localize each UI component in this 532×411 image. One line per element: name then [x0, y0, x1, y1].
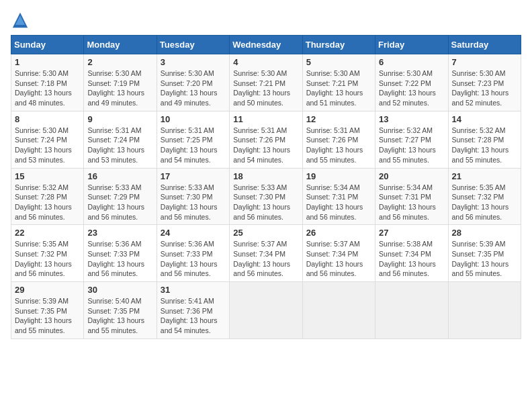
header-day-tuesday: Tuesday	[157, 36, 229, 54]
header-day-thursday: Thursday	[302, 36, 375, 54]
day-info: Sunrise: 5:31 AMSunset: 7:25 PMDaylight:…	[161, 126, 226, 165]
day-number: 18	[233, 171, 298, 181]
header-day-sunday: Sunday	[11, 36, 84, 54]
day-number: 10	[161, 114, 226, 124]
week-row-5: 29Sunrise: 5:39 AMSunset: 7:35 PMDayligh…	[11, 282, 521, 339]
day-info: Sunrise: 5:33 AMSunset: 7:30 PMDaylight:…	[161, 183, 226, 222]
week-row-2: 8Sunrise: 5:30 AMSunset: 7:24 PMDaylight…	[11, 111, 521, 168]
day-cell-26: 26Sunrise: 5:37 AMSunset: 7:34 PMDayligh…	[302, 225, 375, 282]
day-number: 1	[15, 57, 80, 67]
day-cell-4: 4Sunrise: 5:30 AMSunset: 7:21 PMDaylight…	[230, 54, 302, 111]
logo-icon	[11, 11, 30, 30]
day-cell-20: 20Sunrise: 5:34 AMSunset: 7:31 PMDayligh…	[375, 168, 448, 225]
day-cell-27: 27Sunrise: 5:38 AMSunset: 7:34 PMDayligh…	[375, 225, 448, 282]
day-number: 25	[233, 228, 298, 238]
header-day-wednesday: Wednesday	[230, 36, 302, 54]
day-number: 28	[452, 228, 517, 238]
day-cell-17: 17Sunrise: 5:33 AMSunset: 7:30 PMDayligh…	[157, 168, 229, 225]
day-number: 22	[15, 228, 80, 238]
day-cell-8: 8Sunrise: 5:30 AMSunset: 7:24 PMDaylight…	[11, 111, 84, 168]
day-cell-15: 15Sunrise: 5:32 AMSunset: 7:28 PMDayligh…	[11, 168, 84, 225]
day-number: 9	[87, 114, 152, 124]
day-cell-7: 7Sunrise: 5:30 AMSunset: 7:23 PMDaylight…	[448, 54, 521, 111]
day-number: 2	[87, 57, 152, 67]
day-cell-14: 14Sunrise: 5:32 AMSunset: 7:28 PMDayligh…	[448, 111, 521, 168]
day-number: 4	[233, 57, 298, 67]
day-number: 16	[87, 171, 152, 181]
day-info: Sunrise: 5:37 AMSunset: 7:34 PMDaylight:…	[306, 239, 371, 279]
day-cell-11: 11Sunrise: 5:31 AMSunset: 7:26 PMDayligh…	[230, 111, 302, 168]
day-number: 8	[15, 114, 80, 124]
day-number: 29	[15, 285, 80, 295]
day-info: Sunrise: 5:35 AMSunset: 7:32 PMDaylight:…	[452, 183, 517, 222]
day-cell-31: 31Sunrise: 5:41 AMSunset: 7:36 PMDayligh…	[157, 282, 229, 339]
day-number: 23	[87, 228, 152, 238]
day-info: Sunrise: 5:30 AMSunset: 7:24 PMDaylight:…	[15, 126, 80, 165]
empty-cell	[302, 282, 375, 339]
day-cell-12: 12Sunrise: 5:31 AMSunset: 7:26 PMDayligh…	[302, 111, 375, 168]
day-info: Sunrise: 5:30 AMSunset: 7:19 PMDaylight:…	[87, 68, 152, 108]
day-number: 26	[306, 228, 371, 238]
day-info: Sunrise: 5:40 AMSunset: 7:35 PMDaylight:…	[87, 296, 152, 336]
day-number: 14	[452, 114, 517, 124]
day-cell-2: 2Sunrise: 5:30 AMSunset: 7:19 PMDaylight…	[84, 54, 157, 111]
day-cell-28: 28Sunrise: 5:39 AMSunset: 7:35 PMDayligh…	[448, 225, 521, 282]
day-info: Sunrise: 5:31 AMSunset: 7:24 PMDaylight:…	[87, 126, 152, 165]
week-row-3: 15Sunrise: 5:32 AMSunset: 7:28 PMDayligh…	[11, 168, 521, 225]
day-cell-5: 5Sunrise: 5:30 AMSunset: 7:21 PMDaylight…	[302, 54, 375, 111]
day-info: Sunrise: 5:37 AMSunset: 7:34 PMDaylight:…	[233, 239, 298, 279]
day-number: 11	[233, 114, 298, 124]
day-number: 13	[379, 114, 444, 124]
day-cell-3: 3Sunrise: 5:30 AMSunset: 7:20 PMDaylight…	[157, 54, 229, 111]
day-cell-9: 9Sunrise: 5:31 AMSunset: 7:24 PMDaylight…	[84, 111, 157, 168]
empty-cell	[230, 282, 302, 339]
day-number: 19	[306, 171, 371, 181]
day-number: 6	[379, 57, 444, 67]
day-cell-19: 19Sunrise: 5:34 AMSunset: 7:31 PMDayligh…	[302, 168, 375, 225]
empty-cell	[448, 282, 521, 339]
day-info: Sunrise: 5:33 AMSunset: 7:30 PMDaylight:…	[233, 183, 298, 222]
day-number: 3	[161, 57, 226, 67]
day-number: 17	[161, 171, 226, 181]
day-info: Sunrise: 5:33 AMSunset: 7:29 PMDaylight:…	[87, 183, 152, 222]
day-cell-22: 22Sunrise: 5:35 AMSunset: 7:32 PMDayligh…	[11, 225, 84, 282]
day-cell-1: 1Sunrise: 5:30 AMSunset: 7:18 PMDaylight…	[11, 54, 84, 111]
day-info: Sunrise: 5:31 AMSunset: 7:26 PMDaylight:…	[233, 126, 298, 165]
day-cell-18: 18Sunrise: 5:33 AMSunset: 7:30 PMDayligh…	[230, 168, 302, 225]
day-info: Sunrise: 5:35 AMSunset: 7:32 PMDaylight:…	[15, 239, 80, 279]
day-number: 24	[161, 228, 226, 238]
day-number: 31	[161, 285, 226, 295]
header-day-friday: Friday	[375, 36, 448, 54]
header-day-saturday: Saturday	[448, 36, 521, 54]
calendar-header: SundayMondayTuesdayWednesdayThursdayFrid…	[11, 36, 521, 54]
day-info: Sunrise: 5:36 AMSunset: 7:33 PMDaylight:…	[161, 239, 226, 279]
day-info: Sunrise: 5:32 AMSunset: 7:28 PMDaylight:…	[15, 183, 80, 222]
day-info: Sunrise: 5:30 AMSunset: 7:20 PMDaylight:…	[161, 68, 226, 108]
week-row-4: 22Sunrise: 5:35 AMSunset: 7:32 PMDayligh…	[11, 225, 521, 282]
day-number: 15	[15, 171, 80, 181]
day-info: Sunrise: 5:31 AMSunset: 7:26 PMDaylight:…	[306, 126, 371, 165]
empty-cell	[375, 282, 448, 339]
day-info: Sunrise: 5:32 AMSunset: 7:27 PMDaylight:…	[379, 126, 444, 165]
day-info: Sunrise: 5:30 AMSunset: 7:18 PMDaylight:…	[15, 68, 80, 108]
day-info: Sunrise: 5:30 AMSunset: 7:21 PMDaylight:…	[233, 68, 298, 108]
day-info: Sunrise: 5:30 AMSunset: 7:21 PMDaylight:…	[306, 68, 371, 108]
day-number: 21	[452, 171, 517, 181]
day-number: 5	[306, 57, 371, 67]
day-number: 7	[452, 57, 517, 67]
header-row: SundayMondayTuesdayWednesdayThursdayFrid…	[11, 36, 521, 54]
day-info: Sunrise: 5:34 AMSunset: 7:31 PMDaylight:…	[306, 183, 371, 222]
day-cell-24: 24Sunrise: 5:36 AMSunset: 7:33 PMDayligh…	[157, 225, 229, 282]
day-info: Sunrise: 5:30 AMSunset: 7:23 PMDaylight:…	[452, 68, 517, 108]
day-info: Sunrise: 5:34 AMSunset: 7:31 PMDaylight:…	[379, 183, 444, 222]
day-cell-13: 13Sunrise: 5:32 AMSunset: 7:27 PMDayligh…	[375, 111, 448, 168]
day-cell-23: 23Sunrise: 5:36 AMSunset: 7:33 PMDayligh…	[84, 225, 157, 282]
week-row-1: 1Sunrise: 5:30 AMSunset: 7:18 PMDaylight…	[11, 54, 521, 111]
header-day-monday: Monday	[84, 36, 157, 54]
calendar-body: 1Sunrise: 5:30 AMSunset: 7:18 PMDaylight…	[11, 54, 521, 339]
day-cell-30: 30Sunrise: 5:40 AMSunset: 7:35 PMDayligh…	[84, 282, 157, 339]
page-header	[11, 11, 521, 30]
day-info: Sunrise: 5:36 AMSunset: 7:33 PMDaylight:…	[87, 239, 152, 279]
day-cell-10: 10Sunrise: 5:31 AMSunset: 7:25 PMDayligh…	[157, 111, 229, 168]
day-info: Sunrise: 5:41 AMSunset: 7:36 PMDaylight:…	[161, 296, 226, 336]
